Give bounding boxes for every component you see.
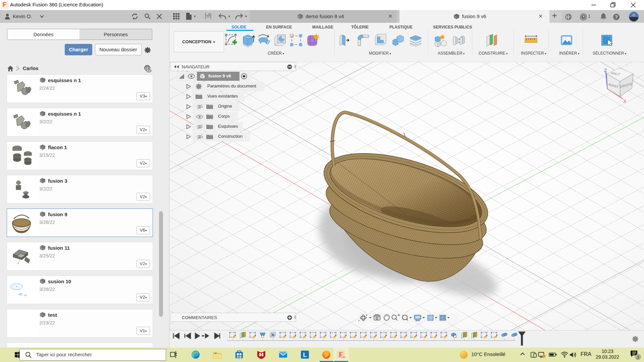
- svg-text:X: X: [623, 99, 627, 104]
- svg-text:?: ?: [615, 14, 618, 19]
- svg-text:360: 360: [342, 356, 345, 358]
- svg-text:L: L: [303, 352, 307, 358]
- svg-text:Z: Z: [604, 68, 607, 73]
